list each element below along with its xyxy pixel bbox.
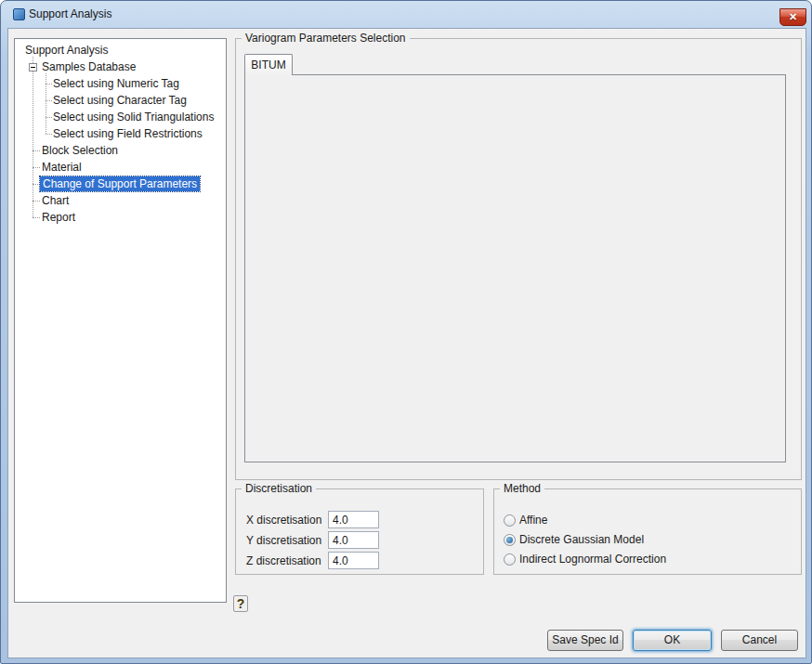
tab-bitum[interactable]: BITUM xyxy=(244,54,293,75)
x-discretisation-input[interactable] xyxy=(328,511,379,528)
z-discretisation-label: Z discretisation xyxy=(246,554,321,567)
x-discretisation-label: X discretisation xyxy=(246,514,321,527)
radio-discrete-gaussian-model[interactable] xyxy=(504,534,516,546)
ok-button[interactable]: OK xyxy=(633,630,712,651)
tree-item-change-of-support-parameters[interactable]: Change of Support Parameters xyxy=(40,176,200,191)
tree-guide-line xyxy=(33,201,40,202)
y-discretisation-input[interactable] xyxy=(328,531,379,549)
tree-guide-line xyxy=(33,57,33,217)
method-group-title: Method xyxy=(500,482,544,495)
tree-guide-line xyxy=(33,184,40,185)
support-analysis-dialog: Support Analysis ✕ Support Analysis Samp… xyxy=(0,0,812,664)
collapse-icon[interactable] xyxy=(29,63,37,72)
tree-item-report[interactable]: Report xyxy=(42,210,75,225)
tree-guide-line xyxy=(46,134,52,135)
tree-item-support-analysis[interactable]: Support Analysis xyxy=(25,43,108,58)
tree-item-material[interactable]: Material xyxy=(42,160,82,175)
discretisation-group-title: Discretisation xyxy=(242,482,316,495)
cancel-button[interactable]: Cancel xyxy=(721,630,798,651)
tree-guide-line xyxy=(46,84,52,85)
affine-label: Affine xyxy=(519,514,547,527)
close-button[interactable]: ✕ xyxy=(779,8,806,26)
tree-item-select-solid-triangulations[interactable]: Select using Solid Triangulations xyxy=(53,110,214,124)
discrete-gaussian-model-label: Discrete Gaussian Model xyxy=(519,533,644,546)
variogram-group-title: Variogram Parameters Selection xyxy=(242,32,410,45)
titlebar[interactable]: Support Analysis ✕ xyxy=(1,1,811,28)
app-icon xyxy=(13,8,25,20)
tree-item-select-character-tag[interactable]: Select using Character Tag xyxy=(53,93,187,108)
tree-guide-line xyxy=(46,100,52,101)
tree-item-select-numeric-tag[interactable]: Select using Numeric Tag xyxy=(53,76,179,91)
tree-item-block-selection[interactable]: Block Selection xyxy=(42,143,118,158)
bitum-tab-panel xyxy=(244,74,786,462)
indirect-lognormal-correction-label: Indirect Lognormal Correction xyxy=(519,553,666,566)
window-title: Support Analysis xyxy=(29,7,111,20)
tree-guide-line xyxy=(33,150,40,151)
tree-item-chart[interactable]: Chart xyxy=(42,193,69,208)
tree-guide-line xyxy=(46,117,52,118)
radio-affine[interactable] xyxy=(504,514,516,527)
save-spec-id-button[interactable]: Save Spec Id xyxy=(547,630,623,651)
radio-indirect-lognormal-correction[interactable] xyxy=(504,553,516,566)
tree-item-select-field-restrictions[interactable]: Select using Field Restrictions xyxy=(53,126,203,141)
y-discretisation-label: Y discretisation xyxy=(246,534,321,547)
tree-guide-line xyxy=(46,73,46,134)
tree-item-samples-database[interactable]: Samples Database xyxy=(42,59,136,74)
tree-guide-line xyxy=(33,167,40,168)
help-button[interactable]: ? xyxy=(233,595,248,612)
z-discretisation-input[interactable] xyxy=(328,552,379,569)
tree-guide-line xyxy=(33,217,40,218)
